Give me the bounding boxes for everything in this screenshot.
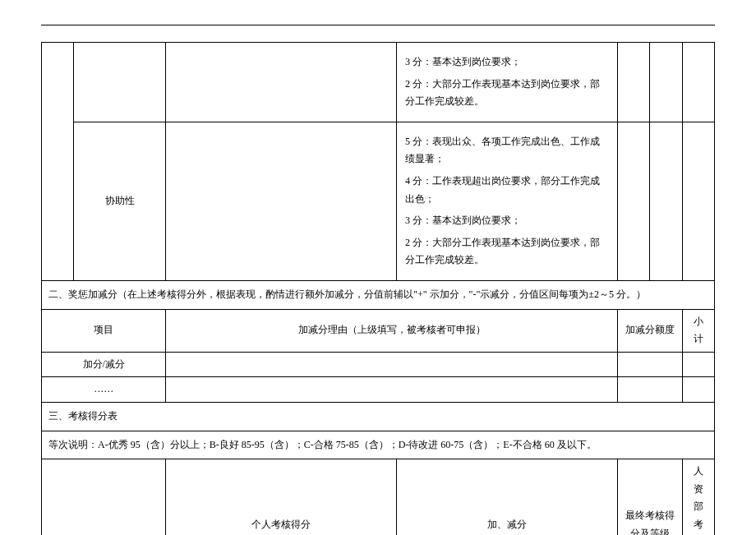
section3-col-final: 最终考核得分及等级 [618, 459, 683, 535]
section2-row-addsubtract: 加分/减分 [42, 352, 715, 377]
section2-row2-reason [166, 377, 618, 403]
criteria-row-assist: 协助性 5 分：表现出众、各项工作完成出色、工作成绩显著； 4 分：工作表现超出… [42, 122, 715, 280]
col-empty-4 [682, 43, 714, 122]
section2-col-amount: 加减分额度 [618, 309, 683, 352]
criteria-label-empty [74, 43, 166, 122]
section3-title-row: 三、考核得分表 [42, 402, 715, 431]
section2-row1-label: 加分/减分 [42, 352, 166, 377]
col-empty-3 [650, 43, 682, 122]
section2-row2-subtotal [682, 377, 714, 403]
criteria-4pt: 4 分：工作表现超出岗位要求，部分工作完成出色； [405, 173, 609, 208]
section2-col-subtotal: 小计 [682, 309, 714, 352]
section3-note-row: 等次说明：A-优秀 95（含）分以上；B-良好 85-95（含）；C-合格 75… [42, 431, 715, 459]
section2-title-row: 二、奖惩加减分（在上述考核得分外，根据表现，酌情进行额外加减分，分值前辅以"+"… [42, 280, 715, 309]
section2-col-reason: 加减分理由（上级填写，被考核者可申报） [166, 309, 618, 352]
section3-col-addsub: 加、减分 [396, 459, 617, 535]
criteria-desc-assist [166, 122, 396, 280]
col-empty-1 [42, 43, 74, 281]
criteria-2pt: 2 分：大部分工作表现基本达到岗位要求，部分工作完成较差。 [405, 76, 609, 111]
criteria-label-assist: 协助性 [74, 122, 166, 280]
criteria-row-partial: 3 分：基本达到岗位要求； 2 分：大部分工作表现基本达到岗位要求，部分工作完成… [42, 43, 715, 122]
main-table: 3 分：基本达到岗位要求； 2 分：大部分工作表现基本达到岗位要求，部分工作完成… [41, 42, 715, 535]
col-empty-2b [618, 122, 650, 280]
criteria-5pt: 5 分：表现出众、各项工作完成出色、工作成绩显著； [405, 133, 609, 168]
section2-title: 二、奖惩加减分（在上述考核得分外，根据表现，酌情进行额外加减分，分值前辅以"+"… [42, 280, 715, 309]
page-header-line [41, 25, 715, 25]
section2-row1-subtotal [682, 352, 714, 377]
criteria-desc-empty [166, 43, 396, 122]
section2-row2-label: …… [42, 377, 166, 403]
col-empty-3b [650, 122, 682, 280]
section3-title: 三、考核得分表 [42, 402, 715, 431]
section2-row-ellipsis: …… [42, 377, 715, 403]
section3-header-row: 考核成绩 个人考核得分 加、减分 最终考核得分及等级 人资部考核确认 [42, 459, 715, 535]
col-empty-4b [682, 122, 714, 280]
criteria-3pt: 3 分：基本达到岗位要求； [405, 212, 609, 230]
section3-col-hr: 人资部考核确认 [682, 459, 714, 535]
col-empty-2 [618, 43, 650, 122]
section2-col-project: 项目 [42, 309, 166, 352]
section3-note: 等次说明：A-优秀 95（含）分以上；B-良好 85-95（含）；C-合格 75… [42, 431, 715, 459]
criteria-standards-partial: 3 分：基本达到岗位要求； 2 分：大部分工作表现基本达到岗位要求，部分工作完成… [396, 43, 617, 122]
section2-row2-amount [618, 377, 683, 403]
section2-row1-amount [618, 352, 683, 377]
section2-row1-reason [166, 352, 618, 377]
criteria-2pt: 2 分：大部分工作表现基本达到岗位要求，部分工作完成较差。 [405, 234, 609, 270]
criteria-3pt: 3 分：基本达到岗位要求； [405, 53, 609, 71]
criteria-standards-assist: 5 分：表现出众、各项工作完成出色、工作成绩显著； 4 分：工作表现超出岗位要求… [396, 122, 617, 280]
section3-col-result: 考核成绩 [42, 459, 166, 535]
section2-header-row: 项目 加减分理由（上级填写，被考核者可申报） 加减分额度 小计 [42, 309, 715, 352]
section3-col-personal: 个人考核得分 [166, 459, 396, 535]
